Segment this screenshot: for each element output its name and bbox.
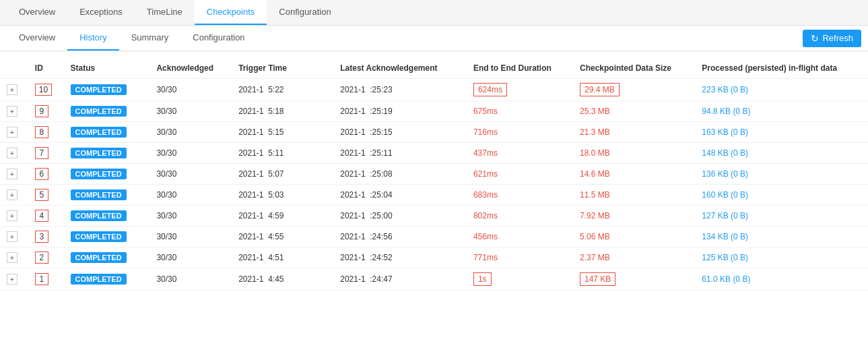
- expand-button[interactable]: +: [7, 84, 18, 95]
- duration-value: 437ms: [473, 148, 498, 158]
- inflight-value: 94.8 KB (0 B): [702, 107, 750, 116]
- checkpoints-table: ID Status Acknowledged Trigger Time Late…: [0, 58, 868, 291]
- status-badge: COMPLETED: [71, 210, 127, 221]
- id-cell: 4: [28, 206, 64, 227]
- expand-button[interactable]: +: [7, 106, 18, 117]
- expand-button[interactable]: +: [7, 210, 18, 221]
- col-inflight: Processed (persisted) in-flight data: [695, 58, 868, 79]
- trigger-time-cell: 2021-1 4:59: [232, 206, 333, 227]
- duration-value: 1s: [473, 272, 492, 286]
- table-row: + 2 COMPLETED 30/30 2021-1 4:51 2021-1 :…: [0, 247, 868, 268]
- latest-ack-cell: 2021-1 :25:23: [333, 79, 467, 101]
- inflight-value: 223 KB (0 B): [702, 85, 748, 94]
- inflight-value: 125 KB (0 B): [702, 253, 748, 262]
- expand-button[interactable]: +: [7, 127, 18, 138]
- id-cell: 6: [28, 164, 64, 185]
- latest-ack-cell: 2021-1 :25:15: [333, 122, 467, 143]
- top-tab-exceptions[interactable]: Exceptions: [67, 0, 135, 25]
- duration-cell: 771ms: [467, 247, 573, 268]
- inflight-cell: 134 KB (0 B): [695, 227, 868, 247]
- checkpoint-id: 4: [35, 210, 48, 222]
- inflight-cell: 136 KB (0 B): [695, 164, 868, 185]
- col-data-size: Checkpointed Data Size: [573, 58, 695, 79]
- sub-navigation: Overview History Summary Configuration ↻…: [0, 26, 868, 51]
- expand-cell: +: [0, 227, 28, 247]
- checkpoint-id: 5: [35, 189, 48, 201]
- expand-button[interactable]: +: [7, 189, 18, 200]
- latest-ack-cell: 2021-1 :25:19: [333, 101, 467, 122]
- sub-tab-overview[interactable]: Overview: [7, 26, 67, 51]
- top-tab-configuration[interactable]: Configuration: [267, 0, 343, 25]
- top-tab-overview[interactable]: Overview: [7, 0, 67, 25]
- expand-button[interactable]: +: [7, 148, 18, 158]
- col-duration: End to End Duration: [467, 58, 573, 79]
- duration-value: 621ms: [473, 169, 498, 179]
- id-cell: 10: [28, 79, 64, 101]
- data-size-value: 21.3 MB: [580, 127, 610, 137]
- sub-tab-summary[interactable]: Summary: [119, 26, 181, 51]
- checkpoint-id: 2: [35, 251, 48, 264]
- inflight-value: 134 KB (0 B): [702, 232, 748, 241]
- duration-value: 802ms: [473, 211, 498, 220]
- acknowledged-cell: 30/30: [149, 268, 232, 291]
- id-cell: 7: [28, 143, 64, 164]
- table-row: + 4 COMPLETED 30/30 2021-1 4:59 2021-1 :…: [0, 206, 868, 227]
- duration-cell: 621ms: [467, 164, 573, 185]
- trigger-time-cell: 2021-1 5:11: [232, 143, 333, 164]
- refresh-button[interactable]: ↻ Refresh: [803, 30, 861, 47]
- table-row: + 1 COMPLETED 30/30 2021-1 4:45 2021-1 :…: [0, 268, 868, 291]
- checkpoint-id: 9: [35, 105, 48, 117]
- status-badge: COMPLETED: [71, 148, 127, 158]
- duration-cell: 683ms: [467, 185, 573, 206]
- status-badge: COMPLETED: [71, 106, 127, 117]
- refresh-label: Refresh: [822, 33, 853, 43]
- status-cell: COMPLETED: [64, 185, 150, 206]
- status-cell: COMPLETED: [64, 206, 150, 227]
- expand-cell: +: [0, 122, 28, 143]
- inflight-cell: 94.8 KB (0 B): [695, 101, 868, 122]
- data-size-value: 7.92 MB: [580, 211, 610, 220]
- expand-cell: +: [0, 79, 28, 101]
- status-badge: COMPLETED: [71, 169, 127, 179]
- status-badge: COMPLETED: [71, 231, 127, 242]
- col-acknowledged: Acknowledged: [149, 58, 232, 79]
- sub-tab-configuration-sub[interactable]: Configuration: [180, 26, 257, 51]
- status-cell: COMPLETED: [64, 268, 150, 291]
- trigger-time-cell: 2021-1 5:22: [232, 79, 333, 101]
- acknowledged-cell: 30/30: [149, 185, 232, 206]
- expand-button[interactable]: +: [7, 274, 18, 285]
- top-tab-checkpoints[interactable]: Checkpoints: [195, 0, 267, 25]
- acknowledged-cell: 30/30: [149, 164, 232, 185]
- status-badge: COMPLETED: [71, 252, 127, 263]
- expand-button[interactable]: +: [7, 169, 18, 179]
- inflight-value: 160 KB (0 B): [702, 190, 748, 200]
- top-tab-timeline[interactable]: TimeLine: [135, 0, 195, 25]
- status-badge: COMPLETED: [71, 274, 127, 285]
- duration-cell: 802ms: [467, 206, 573, 227]
- duration-cell: 437ms: [467, 143, 573, 164]
- id-cell: 2: [28, 247, 64, 268]
- data-size-cell: 29.4 MB: [573, 79, 695, 101]
- duration-cell: 624ms: [467, 79, 573, 101]
- col-latest-ack: Latest Acknowledgement: [333, 58, 467, 79]
- top-navigation: Overview Exceptions TimeLine Checkpoints…: [0, 0, 868, 26]
- expand-cell: +: [0, 185, 28, 206]
- sub-tab-history[interactable]: History: [67, 26, 119, 51]
- inflight-value: 163 KB (0 B): [702, 127, 748, 137]
- data-size-cell: 14.6 MB: [573, 164, 695, 185]
- data-size-cell: 5.06 MB: [573, 227, 695, 247]
- latest-ack-cell: 2021-1 :25:00: [333, 206, 467, 227]
- expand-button[interactable]: +: [7, 252, 18, 263]
- data-size-value: 5.06 MB: [580, 232, 610, 241]
- checkpoint-id: 3: [35, 231, 48, 243]
- table-row: + 6 COMPLETED 30/30 2021-1 5:07 2021-1 :…: [0, 164, 868, 185]
- acknowledged-cell: 30/30: [149, 101, 232, 122]
- id-cell: 9: [28, 101, 64, 122]
- duration-value: 675ms: [473, 107, 498, 116]
- expand-button[interactable]: +: [7, 231, 18, 242]
- data-size-cell: 7.92 MB: [573, 206, 695, 227]
- inflight-cell: 127 KB (0 B): [695, 206, 868, 227]
- data-size-value: 29.4 MB: [580, 83, 620, 96]
- acknowledged-cell: 30/30: [149, 143, 232, 164]
- inflight-cell: 61.0 KB (0 B): [695, 268, 868, 291]
